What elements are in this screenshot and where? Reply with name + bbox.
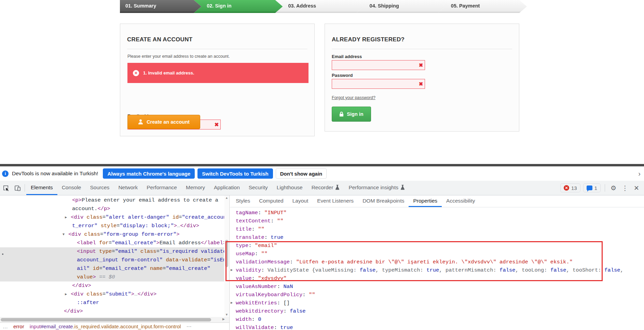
- scroll-up-icon[interactable]: ▲: [224, 196, 229, 200]
- breadcrumb-error[interactable]: error: [13, 324, 24, 329]
- sidebar-tab-layout[interactable]: Layout: [288, 195, 313, 207]
- code-line[interactable]: ail" id="email_create" name="email_creat…: [0, 264, 224, 273]
- devtools-tab-application[interactable]: Application: [209, 181, 244, 195]
- elements-sidebar-pane: StylesComputedLayoutEvent ListenersDOM B…: [230, 195, 644, 330]
- property-row-tagName: tagName: "INPUT": [230, 209, 644, 217]
- code-line[interactable]: account.</p>: [0, 205, 224, 213]
- issues-badge[interactable]: 1: [583, 183, 601, 192]
- infobar-message: DevTools is now available in Turkish!: [12, 170, 98, 177]
- expand-arrow-icon[interactable]: ▶: [65, 290, 67, 299]
- console-errors-badge[interactable]: ✕ 13: [560, 183, 580, 192]
- property-row-virtualKeyboardPolicy: virtualKeyboardPolicy: "": [230, 291, 644, 299]
- sidebar-tab-properties[interactable]: Properties: [409, 195, 442, 207]
- code-line[interactable]: <input type="email" class="is_required v…: [0, 247, 224, 256]
- screenshot-root: 01. Summary02. Sign in03. Address04. Shi…: [0, 0, 644, 330]
- breadcrumb-more[interactable]: ⋯: [186, 324, 191, 330]
- sidebar-tab-styles[interactable]: Styles: [231, 195, 255, 207]
- checkout-step-2[interactable]: 02. Sign in: [194, 0, 283, 13]
- devtools-tab-performance-insights[interactable]: Performance insights: [344, 181, 409, 195]
- property-row-willValidate: willValidate: true: [230, 324, 644, 330]
- close-devtools-icon[interactable]: ✕: [632, 184, 641, 192]
- error-alert: ✕ 1. Invalid email address.: [127, 63, 309, 83]
- expand-arrow-icon[interactable]: ▶: [65, 213, 67, 222]
- devtools-tab-recorder[interactable]: Recorder: [307, 181, 344, 195]
- devtools-tab-lighthouse[interactable]: Lighthouse: [272, 181, 307, 195]
- scroll-down-icon[interactable]: ▼: [224, 313, 229, 316]
- scroll-right-icon[interactable]: ▶: [222, 317, 225, 321]
- elements-breadcrumb-bar: …errorinput#email_create.is_required.val…: [0, 322, 230, 330]
- vertical-scroll-thumb[interactable]: [225, 240, 228, 267]
- devtools-tab-sources[interactable]: Sources: [86, 181, 114, 195]
- toolbar-right-controls: ✕ 13 1 ⚙ ⋮ ✕: [560, 183, 644, 192]
- toolbar-separator: [25, 184, 25, 192]
- property-row-width: width: 0: [230, 315, 644, 324]
- email-login-input[interactable]: [332, 60, 425, 70]
- create-account-button[interactable]: Create an account: [127, 115, 200, 129]
- code-line[interactable]: ▶<div class="alert alert-danger" id="cre…: [0, 213, 224, 222]
- breadcrumb-selector[interactable]: input#email_create.is_required.validate.…: [30, 324, 181, 329]
- inspect-element-icon[interactable]: [0, 183, 12, 193]
- code-line[interactable]: t_error" style="display: block;">…</div>: [0, 222, 224, 230]
- devtools-tab-elements[interactable]: Elements: [26, 181, 57, 195]
- devtools-tab-memory[interactable]: Memory: [181, 181, 209, 195]
- code-line[interactable]: </div>: [0, 307, 224, 316]
- email-login-label: Email address: [332, 54, 362, 59]
- infobar-button[interactable]: Always match Chrome's language: [103, 168, 195, 179]
- infobar-buttons: Always match Chrome's languageSwitch Dev…: [103, 168, 327, 179]
- device-toolbar-icon[interactable]: [12, 183, 23, 193]
- devtools-tab-performance[interactable]: Performance: [142, 181, 181, 195]
- error-count: 13: [571, 185, 577, 191]
- divider: [332, 49, 512, 49]
- kebab-menu-icon[interactable]: ⋮: [620, 184, 630, 192]
- create-account-heading: CREATE AN ACCOUNT: [127, 36, 192, 43]
- devtools-toolbar: ElementsConsoleSourcesNetworkPerformance…: [0, 181, 644, 195]
- person-icon: [138, 119, 143, 125]
- devtools-tab-security[interactable]: Security: [244, 181, 272, 195]
- checkout-step-4: 04. Shipping: [357, 0, 446, 13]
- code-line[interactable]: account_input form-control" data-validat…: [0, 256, 224, 264]
- infobar-button[interactable]: Switch DevTools to Turkish: [197, 168, 273, 179]
- sidebar-tab-event-listeners[interactable]: Event Listeners: [313, 195, 358, 207]
- code-line[interactable]: <label for="email_create">Email address<…: [0, 239, 224, 247]
- sign-in-button[interactable]: Sign in: [332, 107, 371, 122]
- sidebar-tab-computed[interactable]: Computed: [255, 195, 288, 207]
- infobar-scroll-chevron-icon[interactable]: ›: [638, 170, 641, 178]
- checkout-step-3: 03. Address: [275, 0, 364, 13]
- dom-tree: <p>Please enter your email address to cr…: [0, 196, 224, 316]
- infobar-button[interactable]: Don't show again: [276, 168, 327, 179]
- password-input[interactable]: [332, 79, 425, 89]
- forgot-password-link[interactable]: Forgot your password?: [332, 95, 375, 100]
- checkout-step-1[interactable]: 01. Summary: [120, 0, 201, 13]
- sidebar-tab-accessibility[interactable]: Accessibility: [442, 195, 479, 207]
- vertical-scrollbar[interactable]: ▲ ▼: [224, 195, 229, 317]
- properties-list: tagName: "INPUT"textContent: ""title: ""…: [230, 209, 644, 330]
- expand-arrow-icon[interactable]: ▼: [63, 230, 65, 239]
- code-line[interactable]: value> == $0: [0, 273, 224, 281]
- property-row-webkitdirectory: webkitdirectory: false: [230, 307, 644, 315]
- settings-gear-icon[interactable]: ⚙: [609, 184, 618, 192]
- horizontal-scroll-thumb[interactable]: [1, 318, 211, 321]
- devtools-top-edge[interactable]: [0, 164, 644, 166]
- sign-in-button-label: Sign in: [347, 111, 363, 117]
- error-alert-text: 1. Invalid email address.: [143, 70, 194, 75]
- property-row-validity[interactable]: ▶validity: ValidityState {valueMissing: …: [230, 266, 644, 274]
- code-line[interactable]: </div>: [0, 281, 224, 290]
- breadcrumb-overflow[interactable]: …: [3, 324, 8, 329]
- devtools-tab-console[interactable]: Console: [57, 181, 86, 195]
- selected-line-marker: [2, 253, 3, 255]
- property-row-webkitEntries[interactable]: ▶webkitEntries: []: [230, 299, 644, 307]
- code-line[interactable]: ▼<div class="form-group form-error">: [0, 230, 224, 239]
- sidebar-tab-dom-breakpoints[interactable]: DOM Breakpoints: [358, 195, 409, 207]
- issues-bubble-icon: [587, 185, 592, 190]
- horizontal-scrollbar[interactable]: ▶: [0, 317, 230, 322]
- property-row-validationMessage: validationMessage: "Lütfen e-posta adres…: [230, 258, 644, 266]
- code-line[interactable]: ▶<div class="submit">…</div>: [0, 290, 224, 299]
- issue-count: 1: [594, 185, 597, 191]
- expand-arrow-icon[interactable]: ▶: [231, 299, 233, 307]
- toolbar-separator: [605, 184, 605, 192]
- expand-arrow-icon[interactable]: ▶: [231, 266, 233, 274]
- code-line[interactable]: ::after: [0, 299, 224, 307]
- password-label: Password: [332, 73, 353, 78]
- code-line[interactable]: <p>Please enter your email address to cr…: [0, 196, 224, 205]
- devtools-tab-network[interactable]: Network: [114, 181, 142, 195]
